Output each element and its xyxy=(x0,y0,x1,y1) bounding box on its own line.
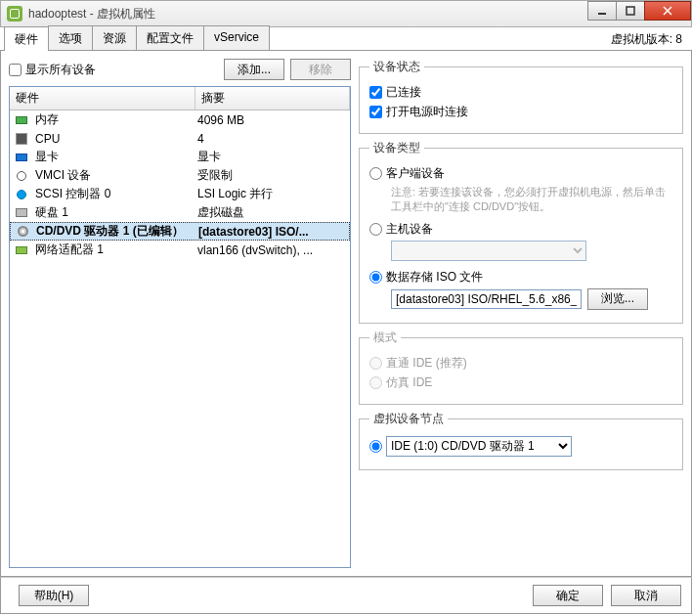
tab-2[interactable]: 资源 xyxy=(92,25,137,50)
svg-rect-1 xyxy=(627,7,634,15)
help-button[interactable]: 帮助(H) xyxy=(19,585,89,606)
hw-summary: [datastore03] ISO/... xyxy=(198,225,345,239)
tab-0[interactable]: 硬件 xyxy=(4,26,49,51)
virtual-node-select[interactable]: IDE (1:0) CD/DVD 驱动器 1 xyxy=(386,436,572,457)
device-type-legend: 设备类型 xyxy=(369,140,424,156)
hw-header-summary[interactable]: 摘要 xyxy=(195,87,350,110)
ok-button[interactable]: 确定 xyxy=(533,585,603,606)
cpu-icon xyxy=(14,132,29,146)
net-icon xyxy=(14,243,29,257)
hw-summary: 显卡 xyxy=(197,149,346,165)
iso-path-input[interactable] xyxy=(391,289,582,309)
datastore-iso-radio[interactable] xyxy=(369,271,382,284)
mem-icon xyxy=(14,113,29,127)
hw-name: 网络适配器 1 xyxy=(35,242,197,258)
hw-name: CPU xyxy=(35,132,197,146)
hw-header-name[interactable]: 硬件 xyxy=(10,87,195,110)
bottom-bar: 帮助(H) 确定 取消 xyxy=(0,577,692,614)
hw-name: 内存 xyxy=(35,111,197,128)
host-device-select[interactable] xyxy=(391,241,586,261)
vm-version-label: 虚拟机版本: 8 xyxy=(611,31,682,48)
hardware-list: 硬件 摘要 内存4096 MBCPU4显卡显卡VMCI 设备受限制SCSI 控制… xyxy=(9,86,351,568)
hw-row[interactable]: 网络适配器 1vlan166 (dvSwitch), ... xyxy=(10,241,350,259)
hw-summary: 4096 MB xyxy=(197,113,346,127)
mode-group: 模式 直通 IDE (推荐) 仿真 IDE xyxy=(359,330,683,405)
title-bar: hadooptest - 虚拟机属性 xyxy=(0,0,692,27)
connected-checkbox[interactable] xyxy=(369,86,382,99)
show-all-devices-checkbox[interactable] xyxy=(9,64,22,76)
passthrough-radio xyxy=(369,357,382,370)
hw-row[interactable]: VMCI 设备受限制 xyxy=(10,166,350,185)
vmci-icon xyxy=(14,169,29,183)
client-device-hint: 注意: 若要连接该设备，您必须打开虚拟机电源，然后单击工具栏中的"连接 CD/D… xyxy=(391,185,672,215)
app-icon xyxy=(7,6,22,22)
hw-row[interactable]: 硬盘 1虚拟磁盘 xyxy=(10,203,350,222)
tab-3[interactable]: 配置文件 xyxy=(136,25,204,50)
connected-label: 已连接 xyxy=(386,84,421,101)
minimize-button[interactable] xyxy=(587,1,617,21)
cd-icon xyxy=(15,225,30,239)
connect-at-poweron-checkbox[interactable] xyxy=(369,106,382,118)
tab-1[interactable]: 选项 xyxy=(48,25,93,50)
passthrough-label: 直通 IDE (推荐) xyxy=(386,355,467,372)
client-device-radio[interactable] xyxy=(369,167,382,180)
add-device-button[interactable]: 添加... xyxy=(224,59,284,80)
hw-name: 显卡 xyxy=(35,149,197,165)
browse-button[interactable]: 浏览... xyxy=(587,288,648,310)
show-all-devices-label: 显示所有设备 xyxy=(25,62,96,78)
hw-summary: LSI Logic 并行 xyxy=(197,186,346,202)
virtual-node-group: 虚拟设备节点 IDE (1:0) CD/DVD 驱动器 1 xyxy=(359,411,683,470)
virtual-node-radio[interactable] xyxy=(369,440,382,453)
emulate-label: 仿真 IDE xyxy=(386,374,432,391)
hw-summary: 受限制 xyxy=(197,167,346,184)
hw-summary: 虚拟磁盘 xyxy=(197,204,346,221)
connect-at-poweron-label: 打开电源时连接 xyxy=(386,104,468,120)
hw-name: SCSI 控制器 0 xyxy=(35,186,197,202)
client-device-label: 客户端设备 xyxy=(386,165,445,182)
hw-row[interactable]: SCSI 控制器 0LSI Logic 并行 xyxy=(10,185,350,203)
window-title: hadooptest - 虚拟机属性 xyxy=(28,6,155,22)
hw-row[interactable]: 显卡显卡 xyxy=(10,148,350,166)
host-device-label: 主机设备 xyxy=(386,221,433,238)
device-status-legend: 设备状态 xyxy=(369,59,424,75)
hw-row[interactable]: CD/DVD 驱动器 1 (已编辑）[datastore03] ISO/... xyxy=(10,222,350,241)
hw-row[interactable]: CPU4 xyxy=(10,129,350,148)
hw-name: CD/DVD 驱动器 1 (已编辑） xyxy=(36,223,198,240)
maximize-button[interactable] xyxy=(616,1,645,21)
scsi-icon xyxy=(14,188,29,201)
emulate-radio xyxy=(369,376,382,389)
mode-legend: 模式 xyxy=(369,330,401,346)
hw-name: VMCI 设备 xyxy=(35,167,197,184)
remove-device-button[interactable]: 移除 xyxy=(290,59,351,80)
cancel-button[interactable]: 取消 xyxy=(611,585,681,606)
close-button[interactable] xyxy=(644,1,691,21)
gpu-icon xyxy=(14,151,29,164)
disk-icon xyxy=(14,206,29,220)
host-device-radio[interactable] xyxy=(369,223,382,236)
device-type-group: 设备类型 客户端设备 注意: 若要连接该设备，您必须打开虚拟机电源，然后单击工具… xyxy=(359,140,683,324)
tab-strip: 硬件选项资源配置文件vService 虚拟机版本: 8 xyxy=(0,27,692,51)
hw-summary: 4 xyxy=(197,132,346,146)
hw-row[interactable]: 内存4096 MB xyxy=(10,110,350,129)
tab-4[interactable]: vService xyxy=(203,25,270,50)
datastore-iso-label: 数据存储 ISO 文件 xyxy=(386,269,483,286)
device-status-group: 设备状态 已连接 打开电源时连接 xyxy=(359,59,683,134)
hw-summary: vlan166 (dvSwitch), ... xyxy=(197,243,346,257)
hw-name: 硬盘 1 xyxy=(35,204,197,221)
virtual-node-legend: 虚拟设备节点 xyxy=(369,411,448,427)
